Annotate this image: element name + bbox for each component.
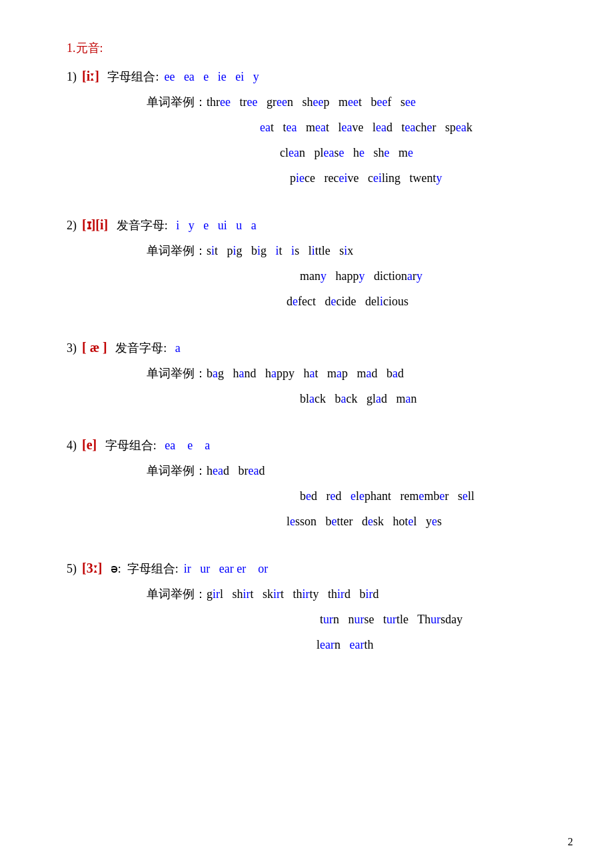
phoneme-num-4: 4) xyxy=(67,439,77,453)
phoneme-num-5: 5) xyxy=(67,562,77,576)
example-row: 单词举例：bag hand happy hat map mad bad xyxy=(147,361,560,385)
phoneme-num-1: 1) xyxy=(67,70,77,84)
example-row: eat tea meat leave lead teacher speak xyxy=(260,115,560,139)
section-title: 1.元音: xyxy=(67,40,560,56)
phoneme-header-4: 4) [e] 字母组合: ea e a xyxy=(67,437,560,453)
phoneme-examples-3: 单词举例：bag hand happy hat map mad bad blac… xyxy=(147,361,560,411)
phoneme-examples-5: 单词举例：girl shirt skirt thirty third bird … xyxy=(147,582,560,657)
example-row: 单词举例：girl shirt skirt thirty third bird xyxy=(147,582,560,606)
example-row: defect decide delicious xyxy=(287,289,560,313)
phoneme-combos-5: ir ur ear er or xyxy=(184,562,268,576)
phoneme-label-5a: ə: 字母组合: xyxy=(107,561,179,577)
phoneme-symbol-4: [e] xyxy=(82,437,97,453)
example-row: many happy dictionary xyxy=(300,264,560,288)
phoneme-combos-4: ea e a xyxy=(162,439,210,453)
example-row: 单词举例：sit pig big it is little six xyxy=(147,239,560,263)
phoneme-examples-4: 单词举例：head bread bed red elephant remembe… xyxy=(147,459,560,533)
example-row: piece receive ceiling twenty xyxy=(290,166,560,190)
phoneme-examples-2: 单词举例：sit pig big it is little six many h… xyxy=(147,239,560,313)
phoneme-label-4: 字母组合: xyxy=(102,437,157,453)
phoneme-header-2: 2) [ɪ][i] 发音字母: i y e ui u a xyxy=(67,217,560,233)
phoneme-block-2: 2) [ɪ][i] 发音字母: i y e ui u a 单词举例：sit pi… xyxy=(67,217,560,313)
example-row: turn nurse turtle Thursday xyxy=(320,607,560,631)
phoneme-combos-1: ee ea e ie ei y xyxy=(164,70,259,84)
phoneme-block-3: 3) [ æ ] 发音字母: a 单词举例：bag hand happy hat… xyxy=(67,340,560,411)
phoneme-block-5: 5) [3ː] ə: 字母组合: ir ur ear er or 单词举例：gi… xyxy=(67,560,560,657)
example-row: 单词举例：three tree green sheep meet beef se… xyxy=(147,90,560,114)
phoneme-label-2: 发音字母: xyxy=(113,217,171,233)
example-row: black back glad man xyxy=(300,387,560,411)
example-row: learn earth xyxy=(316,633,560,657)
phoneme-num-2: 2) xyxy=(67,219,77,233)
example-row: bed red elephant remember sell xyxy=(300,484,560,508)
phoneme-symbol-3: [ æ ] xyxy=(82,340,107,355)
phoneme-combos-2: i y e ui u a xyxy=(176,219,256,233)
example-row: clean please he she me xyxy=(280,141,560,165)
example-row: 单词举例：head bread xyxy=(147,459,560,483)
phoneme-label-3: 发音字母: xyxy=(113,340,170,356)
phoneme-symbol-2: [ɪ][i] xyxy=(82,217,108,233)
phoneme-header-5: 5) [3ː] ə: 字母组合: ir ur ear er or xyxy=(67,560,560,577)
phoneme-num-3: 3) xyxy=(67,341,77,355)
example-row: lesson better desk hotel yes xyxy=(287,509,560,533)
phoneme-label-1: 字母组合: xyxy=(105,69,159,85)
phoneme-block-4: 4) [e] 字母组合: ea e a 单词举例：head bread bed … xyxy=(67,437,560,533)
phoneme-symbol-1: [iː] xyxy=(82,68,99,84)
phoneme-combos-3: a xyxy=(175,341,181,355)
phoneme-block-1: 1) [iː] 字母组合: ee ea e ie ei y 单词举例：three… xyxy=(67,68,560,190)
phoneme-symbol-5: [3ː] xyxy=(82,560,102,576)
phoneme-examples-1: 单词举例：three tree green sheep meet beef se… xyxy=(147,90,560,190)
phoneme-header-1: 1) [iː] 字母组合: ee ea e ie ei y xyxy=(67,68,560,85)
phoneme-header-3: 3) [ æ ] 发音字母: a xyxy=(67,340,560,356)
